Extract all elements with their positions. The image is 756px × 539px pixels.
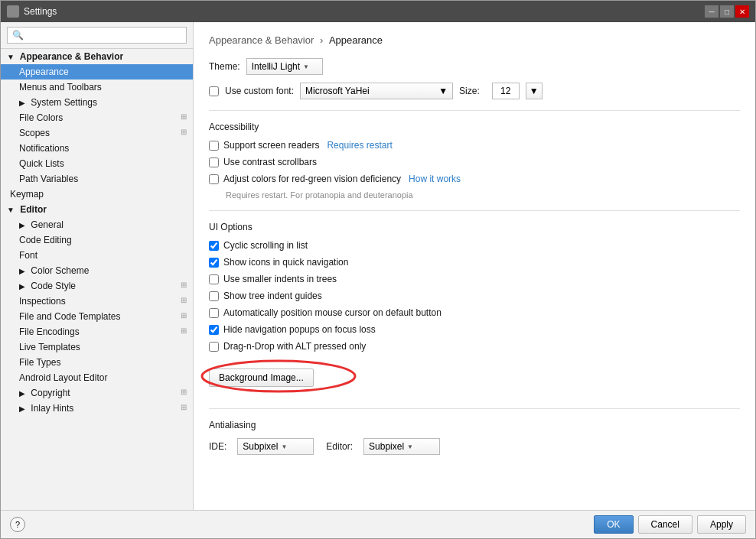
window-title: Settings: [24, 6, 57, 17]
tree-indent-guides-row: Show tree indent guides: [209, 291, 740, 301]
sidebar-item-file-code-templates[interactable]: File and Code Templates ⊞: [1, 309, 193, 324]
custom-font-row: Use custom font: Microsoft YaHei ▼ Size:…: [209, 83, 740, 99]
sidebar-item-appearance[interactable]: Appearance: [1, 64, 193, 80]
drag-drop-alt-label: Drag-n-Drop with ALT pressed only: [223, 341, 366, 352]
bottom-bar: ? OK Cancel Apply: [1, 510, 755, 538]
sidebar-item-file-types[interactable]: File Types: [1, 355, 193, 370]
red-green-label: Adjust colors for red-green vision defic…: [223, 174, 401, 184]
sidebar-item-copyright[interactable]: ▶ Copyright ⊞: [1, 385, 193, 401]
size-dropdown[interactable]: ▼: [526, 83, 543, 99]
sidebar-item-android-layout-editor[interactable]: Android Layout Editor: [1, 370, 193, 385]
hide-nav-popups-checkbox[interactable]: [209, 325, 219, 335]
hide-nav-popups-row: Hide navigation popups on focus loss: [209, 324, 740, 335]
antialiasing-title: Antialiasing: [209, 420, 740, 430]
editor-antialiasing-group: Editor: Subpixel ▼: [326, 438, 440, 455]
sidebar-item-inlay-hints[interactable]: ▶ Inlay Hints ⊞: [1, 401, 193, 416]
sidebar-item-general[interactable]: ▶ General: [1, 217, 193, 232]
help-button[interactable]: ?: [10, 517, 25, 532]
custom-font-label: Use custom font:: [225, 86, 294, 96]
dropdown-arrow-icon: ▼: [303, 63, 309, 70]
font-name-dropdown[interactable]: Microsoft YaHei ▼: [300, 83, 453, 99]
red-green-row: Adjust colors for red-green vision defic…: [209, 174, 740, 184]
editor-dropdown-arrow-icon: ▼: [407, 443, 413, 450]
badge-icon: ⊞: [181, 296, 187, 304]
tree-indent-guides-label: Show tree indent guides: [223, 291, 322, 301]
expand-arrow: ▶: [19, 267, 25, 275]
antialiasing-row: IDE: Subpixel ▼ Editor: Subpixel ▼: [209, 438, 740, 455]
red-green-checkbox[interactable]: [209, 174, 219, 184]
contrast-scrollbars-row: Use contrast scrollbars: [209, 157, 740, 167]
expand-arrow: ▼: [7, 206, 15, 214]
titlebar-left: Settings: [7, 5, 57, 18]
contrast-scrollbars-checkbox[interactable]: [209, 157, 219, 167]
sidebar-item-appearance-behavior[interactable]: ▼ Appearance & Behavior: [1, 49, 193, 64]
red-green-note: Requires restart. For protanopia and deu…: [226, 190, 740, 200]
expand-arrow: ▶: [19, 221, 25, 229]
theme-row: Theme: IntelliJ Light ▼: [209, 58, 740, 75]
theme-dropdown[interactable]: IntelliJ Light ▼: [246, 58, 323, 75]
sidebar-item-file-encodings[interactable]: File Encodings ⊞: [1, 324, 193, 339]
search-input[interactable]: [7, 27, 187, 44]
font-dropdown-arrow-icon: ▼: [438, 86, 448, 96]
ide-antialiasing-dropdown[interactable]: Subpixel ▼: [237, 438, 314, 455]
sidebar-item-path-variables[interactable]: Path Variables: [1, 171, 193, 187]
smaller-indents-label: Use smaller indents in trees: [223, 274, 337, 284]
app-icon: [7, 5, 19, 18]
how-it-works-link[interactable]: How it works: [409, 174, 461, 184]
sidebar-item-editor[interactable]: ▼ Editor: [1, 202, 193, 217]
screen-readers-label: Support screen readers: [223, 140, 319, 151]
sidebar-item-live-templates[interactable]: Live Templates: [1, 339, 193, 355]
expand-arrow: ▶: [19, 99, 25, 107]
badge-icon: ⊞: [181, 128, 187, 136]
badge-icon: ⊞: [181, 388, 187, 396]
hide-nav-popups-label: Hide navigation popups on focus loss: [223, 324, 376, 335]
auto-position-cursor-checkbox[interactable]: [209, 308, 219, 318]
sidebar-item-color-scheme[interactable]: ▶ Color Scheme: [1, 263, 193, 278]
size-input[interactable]: [492, 83, 520, 99]
screen-readers-checkbox[interactable]: [209, 141, 219, 151]
sidebar-item-keymap[interactable]: Keymap: [1, 187, 193, 202]
sidebar-item-system-settings[interactable]: ▶ System Settings: [1, 95, 193, 110]
apply-button[interactable]: Apply: [697, 515, 746, 534]
tree-indent-guides-checkbox[interactable]: [209, 291, 219, 301]
cancel-button[interactable]: Cancel: [638, 515, 692, 534]
background-image-button[interactable]: Background Image...: [209, 369, 314, 387]
sidebar-item-file-colors[interactable]: File Colors ⊞: [1, 110, 193, 125]
cyclic-scroll-checkbox[interactable]: [209, 241, 219, 251]
breadcrumb: Appearance & Behavior › Appearance: [209, 34, 740, 46]
maximize-button[interactable]: □: [720, 5, 734, 18]
drag-drop-alt-row: Drag-n-Drop with ALT pressed only: [209, 341, 740, 352]
sidebar-item-inspections[interactable]: Inspections ⊞: [1, 294, 193, 309]
icons-quick-nav-row: Show icons in quick navigation: [209, 257, 740, 268]
settings-window: Settings ─ □ ✕ ▼ Appearance & Behavior A…: [0, 0, 756, 539]
divider2: [209, 210, 740, 211]
minimize-button[interactable]: ─: [705, 5, 719, 18]
editor-antialiasing-dropdown[interactable]: Subpixel ▼: [363, 438, 440, 455]
auto-position-cursor-row: Automatically position mouse cursor on d…: [209, 307, 740, 318]
sidebar-item-code-editing[interactable]: Code Editing: [1, 232, 193, 248]
smaller-indents-row: Use smaller indents in trees: [209, 274, 740, 284]
ok-button[interactable]: OK: [594, 515, 633, 534]
accessibility-title: Accessibility: [209, 122, 740, 132]
badge-icon: ⊞: [181, 112, 187, 121]
titlebar: Settings ─ □ ✕: [1, 1, 755, 22]
sidebar-item-code-style[interactable]: ▶ Code Style ⊞: [1, 278, 193, 294]
expand-arrow: ▼: [7, 53, 15, 61]
sidebar-item-font[interactable]: Font: [1, 248, 193, 263]
smaller-indents-checkbox[interactable]: [209, 274, 219, 284]
close-button[interactable]: ✕: [735, 5, 749, 18]
sidebar-item-quick-lists[interactable]: Quick Lists: [1, 156, 193, 171]
expand-arrow: ▶: [19, 389, 25, 398]
sidebar: ▼ Appearance & Behavior Appearance Menus…: [1, 22, 194, 510]
ui-options-title: UI Options: [209, 222, 740, 232]
icons-quick-nav-checkbox[interactable]: [209, 258, 219, 268]
divider3: [209, 408, 740, 409]
badge-icon: ⊞: [181, 281, 187, 289]
drag-drop-alt-checkbox[interactable]: [209, 342, 219, 352]
screen-readers-row: Support screen readers Requires restart: [209, 140, 740, 151]
sidebar-item-notifications[interactable]: Notifications: [1, 141, 193, 156]
ide-dropdown-arrow-icon: ▼: [281, 443, 287, 450]
custom-font-checkbox[interactable]: [209, 86, 219, 96]
sidebar-item-menus-toolbars[interactable]: Menus and Toolbars: [1, 80, 193, 95]
sidebar-item-scopes[interactable]: Scopes ⊞: [1, 125, 193, 141]
